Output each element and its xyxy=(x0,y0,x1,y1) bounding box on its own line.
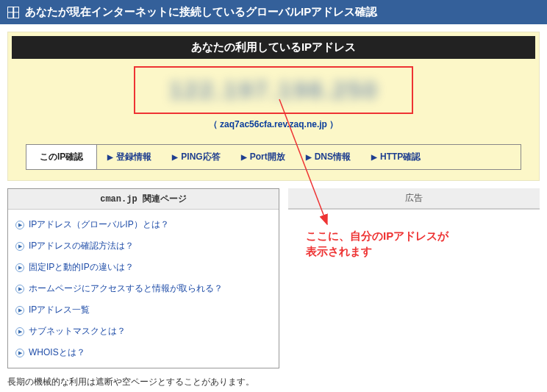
page-title: あなたが現在インターネットに接続しているグローバルIPアドレス確認 xyxy=(25,5,377,19)
related-link-label: ホームページにアクセスすると情報が取られる？ xyxy=(29,282,223,295)
related-link[interactable]: ▶ 固定IPと動的IPの違いは？ xyxy=(14,257,273,278)
related-link[interactable]: ▶ WHOISとは？ xyxy=(14,342,273,363)
ad-header: 広告 xyxy=(288,188,540,209)
triangle-right-icon: ▶ xyxy=(172,153,178,161)
hostname-label: （ zaq7ac56cfa.rev.zaq.ne.jp ） xyxy=(8,118,539,131)
page-header: あなたが現在インターネットに接続しているグローバルIPアドレス確認 xyxy=(0,0,547,24)
tab-row: このIP確認 ▶ 登録情報 ▶ PING応答 ▶ Port開放 ▶ DNS情報 … xyxy=(26,144,521,170)
tab-port[interactable]: ▶ Port開放 xyxy=(231,145,296,169)
related-pages-list: ▶ IPアドレス（グローバルIP）とは？ ▶ IPアドレスの確認方法は？ ▶ 固… xyxy=(8,210,279,368)
triangle-right-icon: ▶ xyxy=(241,153,247,161)
bullet-icon: ▶ xyxy=(15,242,24,251)
related-link-label: WHOISとは？ xyxy=(29,346,85,359)
tab-current-ip[interactable]: このIP確認 xyxy=(26,145,97,169)
tab-http[interactable]: ▶ HTTP確認 xyxy=(361,145,431,169)
related-link-label: IPアドレス（グローバルIP）とは？ xyxy=(29,218,169,231)
tab-label: 登録情報 xyxy=(116,151,151,163)
tab-label: Port開放 xyxy=(250,151,285,163)
ad-box: 広告 xyxy=(288,188,540,210)
related-link-label: サブネットマスクとは？ xyxy=(29,325,126,338)
ip-address-value: 122.197.198.250 xyxy=(135,68,412,113)
tab-dns[interactable]: ▶ DNS情報 xyxy=(296,145,361,169)
related-link[interactable]: ▶ IPアドレス（グローバルIP）とは？ xyxy=(14,214,273,235)
tab-label: DNS情報 xyxy=(315,151,351,163)
related-link[interactable]: ▶ サブネットマスクとは？ xyxy=(14,321,273,342)
annotation-line1: ここに、自分のIPアドレスが xyxy=(306,229,448,242)
tab-label: PING応答 xyxy=(181,151,220,163)
tab-label: このIP確認 xyxy=(40,151,83,163)
triangle-right-icon: ▶ xyxy=(306,153,312,161)
bullet-icon: ▶ xyxy=(15,285,24,293)
related-pages-box: cman.jp 関連ページ ▶ IPアドレス（グローバルIP）とは？ ▶ IPア… xyxy=(7,188,279,368)
related-link[interactable]: ▶ IPアドレスの確認方法は？ xyxy=(14,235,273,257)
related-pages-header: cman.jp 関連ページ xyxy=(8,189,279,210)
grid-icon xyxy=(7,7,19,18)
tab-ping[interactable]: ▶ PING応答 xyxy=(162,145,230,169)
related-link[interactable]: ▶ IPアドレス一覧 xyxy=(14,299,273,321)
tab-label: HTTP確認 xyxy=(380,151,421,163)
related-link-label: IPアドレスの確認方法は？ xyxy=(29,240,134,252)
bullet-icon: ▶ xyxy=(15,306,24,315)
related-link[interactable]: ▶ ホームページにアクセスすると情報が取られる？ xyxy=(14,278,273,299)
tab-registration[interactable]: ▶ 登録情報 xyxy=(97,145,162,169)
triangle-right-icon: ▶ xyxy=(371,153,377,161)
annotation-text: ここに、自分のIPアドレスが 表示されます xyxy=(306,228,448,259)
annotation-line2: 表示されます xyxy=(306,245,372,257)
bullet-icon: ▶ xyxy=(15,221,24,229)
ip-address-box: 122.197.198.250 xyxy=(134,66,413,114)
ip-panel: あなたの利用しているIPアドレス 122.197.198.250 （ zaq7a… xyxy=(7,32,540,181)
triangle-right-icon: ▶ xyxy=(107,153,113,161)
related-link-label: 固定IPと動的IPの違いは？ xyxy=(29,261,134,274)
ip-panel-title: あなたの利用しているIPアドレス xyxy=(12,36,535,59)
bullet-icon: ▶ xyxy=(15,327,24,336)
related-link-label: IPアドレス一覧 xyxy=(29,304,90,316)
footer-note: 長期の機械的な利用は遮断や空ページとすることがあります。 xyxy=(7,376,540,388)
bullet-icon: ▶ xyxy=(15,263,24,272)
bullet-icon: ▶ xyxy=(15,349,24,357)
ad-column: 広告 xyxy=(288,188,540,368)
